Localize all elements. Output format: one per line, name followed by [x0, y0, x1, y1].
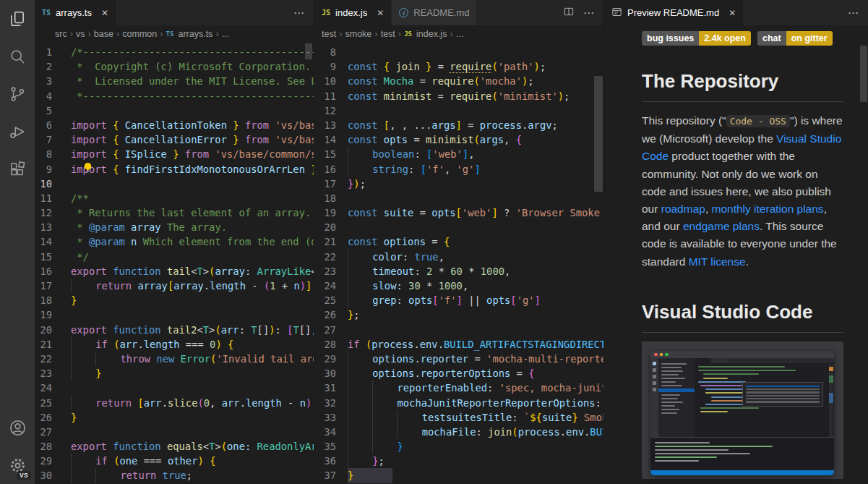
search-icon[interactable]	[0, 38, 35, 75]
code-line[interactable]: 25 return [arr.slice(0, arr.length - n),…	[35, 396, 314, 410]
breadcrumb-item[interactable]: base	[94, 29, 113, 39]
code-line[interactable]: 24 slow: 30 * 1000,	[314, 279, 603, 293]
source-control-icon[interactable]	[0, 75, 35, 113]
tab-readme-md[interactable]: i README.md	[392, 0, 477, 25]
close-icon[interactable]: ✕	[729, 8, 736, 18]
code-editor-index[interactable]: 89const { join } = require('path');10con…	[314, 42, 603, 484]
code-line[interactable]: 24	[35, 381, 314, 395]
breadcrumb[interactable]: test›smoke›test›JSindex.js›...	[314, 25, 603, 42]
code-line[interactable]: 13const [, , ...args] = process.argv;	[314, 118, 603, 132]
close-icon[interactable]: ✕	[101, 8, 108, 18]
code-line[interactable]: 27	[35, 425, 314, 439]
code-line[interactable]: 8import { ISplice } from 'vs/base/common…	[35, 147, 314, 161]
code-line[interactable]: 23 timeout: 2 * 60 * 1000,	[314, 264, 603, 279]
code-line[interactable]: 37}	[314, 468, 603, 483]
code-line[interactable]: 5	[35, 103, 314, 118]
code-line[interactable]: 17});	[314, 177, 603, 191]
code-line[interactable]: 19	[35, 307, 314, 322]
code-line[interactable]: 15 */	[35, 250, 314, 264]
code-line[interactable]: 16 string: ['f', 'g']	[314, 162, 603, 177]
code-line[interactable]: 31 reporterEnabled: 'spec, mocha-junit-r…	[314, 381, 603, 395]
code-line[interactable]: 26};	[314, 307, 603, 322]
code-line[interactable]: 22 throw new Error('Invalid tail argumen…	[35, 352, 314, 366]
scrollbar[interactable]	[593, 42, 603, 484]
run-debug-icon[interactable]	[0, 113, 35, 150]
code-line[interactable]: 11const minimist = require('minimist');	[314, 89, 603, 103]
breadcrumb-file[interactable]: arrays.ts	[178, 29, 212, 39]
scrollbar[interactable]	[859, 25, 868, 484]
code-line[interactable]: 18}	[35, 293, 314, 307]
explorer-icon[interactable]	[0, 0, 35, 38]
breadcrumb-item[interactable]: vs	[76, 29, 85, 39]
more-actions-icon[interactable]: ⋯	[848, 7, 859, 20]
code-line[interactable]: 12 * Returns the last element of an arra…	[35, 205, 314, 220]
readme-link[interactable]: endgame plans	[683, 220, 760, 232]
code-line[interactable]: 14 * @param n Which element from the end…	[35, 234, 314, 249]
code-line[interactable]: 25 grep: opts['f'] || opts['g']	[314, 293, 603, 307]
code-line[interactable]: 14const opts = minimist(args, {	[314, 132, 603, 147]
breadcrumb-symbol-tail[interactable]: ...	[222, 29, 229, 39]
split-editor-icon[interactable]	[563, 6, 575, 20]
readme-link[interactable]: MIT license	[689, 255, 746, 268]
code-editor-arrays[interactable]: 1/*-------------------------------------…	[35, 42, 314, 484]
code-line[interactable]: 22 color: true,	[314, 250, 603, 264]
code-line[interactable]: 28export function equals<T>(one: Readonl…	[35, 439, 314, 454]
code-line[interactable]: 9import { findFirstIdxMonotonousOrArrLen…	[35, 162, 314, 177]
code-line[interactable]: 19const suite = opts['web'] ? 'Browser S…	[314, 205, 603, 220]
code-line[interactable]: 29 options.reporter = 'mocha-multi-repor…	[314, 352, 603, 366]
breadcrumb[interactable]: src›vs›base›common›TSarrays.ts›...	[35, 25, 314, 42]
code-line[interactable]: 4 *-------------------------------------…	[35, 89, 314, 103]
code-line[interactable]: 15 boolean: ['web'],	[314, 147, 603, 161]
code-line[interactable]: 13 * @param array The array.	[35, 220, 314, 234]
code-line[interactable]: 16export function tail<T>(array: ArrayLi…	[35, 264, 314, 279]
code-line[interactable]: 10	[35, 177, 314, 191]
readme-link[interactable]: roadmap	[661, 203, 705, 215]
code-line[interactable]: 32 mochaJunitReporterReporterOptions: {	[314, 396, 603, 410]
code-line[interactable]: 36 };	[314, 454, 603, 468]
breadcrumb-item[interactable]: smoke	[345, 29, 372, 39]
code-line[interactable]: 10const Mocha = require('mocha');	[314, 74, 603, 88]
account-icon[interactable]	[0, 409, 35, 446]
extensions-icon[interactable]	[0, 150, 35, 188]
code-line[interactable]: 1/*-------------------------------------…	[35, 45, 314, 59]
breadcrumb-symbol-tail[interactable]: ...	[456, 29, 463, 39]
tab-index-js[interactable]: JS index.js ✕	[314, 0, 392, 25]
code-line[interactable]: 21 if (arr.length === 0) {	[35, 337, 314, 352]
code-line[interactable]: 2 * Copyright (c) Microsoft Corporation.…	[35, 59, 314, 74]
code-line[interactable]: 35 }	[314, 439, 603, 454]
code-line[interactable]: 20	[314, 220, 603, 234]
settings-gear-icon[interactable]: VS	[0, 446, 35, 484]
code-line[interactable]: 33 testsuitesTitle: `${suite} Smoke Test…	[314, 410, 603, 425]
readme-link[interactable]: monthly iteration plans	[712, 203, 824, 215]
code-line[interactable]: 7import { CancellationError } from 'vs/b…	[35, 132, 314, 147]
scrollbar-thumb[interactable]	[594, 76, 603, 192]
scrollbar-thumb[interactable]	[305, 43, 312, 59]
close-icon[interactable]: ✕	[377, 8, 384, 18]
more-actions-icon[interactable]: ⋯	[583, 7, 595, 20]
breadcrumb-item[interactable]: src	[55, 29, 67, 39]
code-line[interactable]: 9const { join } = require('path');	[314, 59, 603, 74]
code-line[interactable]: 18	[314, 191, 603, 205]
code-line[interactable]: 21const options = {	[314, 234, 603, 249]
lightbulb-icon[interactable]	[82, 162, 93, 173]
tab-arrays-ts[interactable]: TS arrays.ts ✕	[35, 0, 116, 25]
code-line[interactable]: 29 if (one === other) {	[35, 454, 314, 468]
code-line[interactable]: 27	[314, 323, 603, 337]
breadcrumb-item[interactable]: test	[381, 29, 395, 39]
code-line[interactable]: 23 }	[35, 366, 314, 381]
code-line[interactable]: 28if (process.env.BUILD_ARTIFACTSTAGINGD…	[314, 337, 603, 352]
code-line[interactable]: 30 options.reporterOptions = {	[314, 366, 603, 381]
breadcrumb-item[interactable]: common	[122, 29, 157, 39]
scrollbar[interactable]	[304, 42, 314, 484]
breadcrumb-file[interactable]: index.js	[416, 29, 447, 39]
code-line[interactable]: 6import { CancellationToken } from 'vs/b…	[35, 118, 314, 132]
tab-preview-readme[interactable]: Preview README.md ✕	[604, 0, 744, 25]
code-line[interactable]: 3 * Licensed under the MIT License. See …	[35, 74, 314, 88]
code-line[interactable]: 17 return array[array.length - (1 + n)];	[35, 279, 314, 293]
breadcrumb-item[interactable]: test	[322, 29, 336, 39]
code-line[interactable]: 34 mochaFile: join(process.env.BUILD_ART…	[314, 425, 603, 439]
scrollbar-thumb[interactable]	[860, 46, 867, 102]
code-line[interactable]: 11/**	[35, 191, 314, 205]
code-line[interactable]: 26}	[35, 410, 314, 425]
more-actions-icon[interactable]: ⋯	[293, 7, 305, 20]
